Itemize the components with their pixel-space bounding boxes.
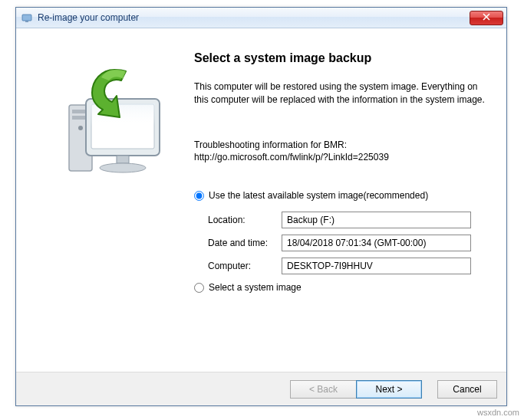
button-bar: < Back Next > Cancel xyxy=(16,372,506,405)
back-button[interactable]: < Back xyxy=(290,380,356,399)
wizard-window: Re-image your computer xyxy=(15,7,507,406)
reimage-graphic xyxy=(49,67,172,189)
field-datetime: Date and time: 18/04/2018 07:01:34 (GMT-… xyxy=(194,235,485,251)
page-heading: Select a system image backup xyxy=(194,51,485,65)
location-label: Location: xyxy=(208,215,282,225)
titlebar: Re-image your computer xyxy=(16,8,506,28)
option-use-latest-label: Use the latest available system image(re… xyxy=(209,190,428,201)
close-icon xyxy=(483,12,490,23)
troubleshoot-block: Troubleshooting information for BMR: htt… xyxy=(194,139,485,165)
main-pane: Select a system image backup This comput… xyxy=(194,28,506,372)
svg-rect-9 xyxy=(117,156,129,163)
nav-button-group: < Back Next > xyxy=(290,380,422,399)
field-computer: Computer: DESKTOP-7I9HHUV xyxy=(194,258,485,274)
radio-use-latest[interactable] xyxy=(194,191,204,201)
computer-label: Computer: xyxy=(208,261,282,271)
cancel-button[interactable]: Cancel xyxy=(437,380,497,399)
svg-point-10 xyxy=(100,163,146,172)
content-area: Select a system image backup This comput… xyxy=(16,28,506,372)
svg-rect-1 xyxy=(25,21,28,22)
app-icon xyxy=(21,11,33,24)
datetime-label: Date and time: xyxy=(208,238,282,248)
next-button[interactable]: Next > xyxy=(356,380,422,399)
troubleshoot-link: http://go.microsoft.com/fwlink/p/?LinkId… xyxy=(194,151,485,164)
option-use-latest[interactable]: Use the latest available system image(re… xyxy=(194,190,485,201)
svg-point-5 xyxy=(78,126,83,130)
option-select-image-label: Select a system image xyxy=(209,282,302,293)
computer-value: DESKTOP-7I9HHUV xyxy=(282,258,471,274)
option-select-image[interactable]: Select a system image xyxy=(194,282,485,293)
svg-rect-0 xyxy=(22,15,31,21)
datetime-value: 18/04/2018 07:01:34 (GMT-00:00) xyxy=(282,235,471,251)
graphic-pane xyxy=(16,28,194,372)
field-location: Location: Backup (F:) xyxy=(194,212,485,228)
troubleshoot-label: Troubleshooting information for BMR: xyxy=(194,139,485,152)
window-title: Re-image your computer xyxy=(38,12,470,23)
description-text: This computer will be restored using the… xyxy=(194,80,485,107)
watermark: wsxdn.com xyxy=(477,408,519,417)
location-value: Backup (F:) xyxy=(282,212,471,228)
close-button[interactable] xyxy=(470,11,503,25)
radio-select-image[interactable] xyxy=(194,283,204,293)
